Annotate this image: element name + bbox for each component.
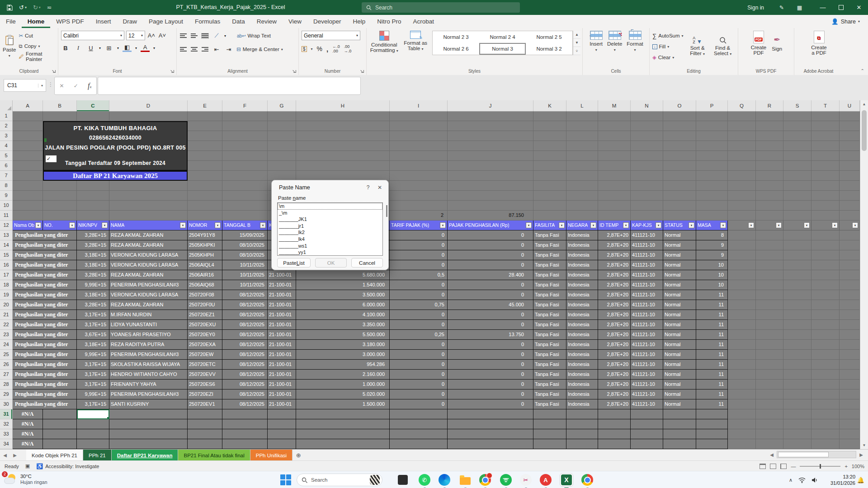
column-header[interactable]: A (13, 100, 43, 111)
tab-insert[interactable]: Insert (90, 15, 117, 28)
cell[interactable] (598, 111, 631, 121)
cell[interactable]: 10 (696, 270, 728, 280)
cell[interactable] (598, 141, 631, 151)
cell[interactable] (728, 429, 756, 439)
cell[interactable] (663, 409, 696, 419)
cell[interactable] (811, 340, 840, 350)
cell[interactable] (783, 330, 811, 340)
horizontal-scrollbar[interactable]: ◀ ▶ (767, 450, 866, 459)
cell[interactable] (663, 141, 696, 151)
cell[interactable] (756, 360, 783, 370)
cell[interactable] (631, 171, 663, 181)
cell[interactable] (663, 211, 696, 221)
cell[interactable]: 10/11/2025 (222, 270, 268, 280)
wrap-text-button[interactable]: ab↩Wrap Text (237, 31, 271, 41)
column-filter-header[interactable]: NIK/NPV▾ (77, 221, 109, 230)
cell[interactable]: 2,87E+20 (598, 360, 631, 370)
start-button-icon[interactable] (280, 474, 291, 485)
cell[interactable] (811, 330, 840, 340)
cell[interactable]: Indonesia (566, 240, 598, 250)
cell[interactable]: 3.180.000 (296, 340, 390, 350)
cell[interactable] (533, 151, 566, 161)
column-filter-header[interactable]: TANGGAL B▾ (222, 221, 268, 230)
cell[interactable] (840, 370, 860, 380)
cell[interactable] (728, 320, 756, 330)
file-explorer-icon[interactable] (458, 473, 472, 487)
row-header[interactable]: 27 (0, 370, 13, 380)
cell[interactable] (696, 409, 728, 419)
cell[interactable]: 2,87E+20 (598, 330, 631, 340)
cell[interactable]: Tanpa Fasi (533, 370, 566, 380)
cell[interactable]: 0 (448, 280, 533, 290)
font-size-combo[interactable]: 12▾ (126, 31, 145, 40)
row-header[interactable]: 1 (0, 111, 13, 121)
cell[interactable] (390, 151, 448, 161)
row-header[interactable]: 19 (0, 290, 13, 300)
cell[interactable]: Indonesia (566, 350, 598, 360)
hscroll-right-icon[interactable]: ▶ (856, 452, 866, 457)
cell[interactable]: Tanpa Fasi (533, 310, 566, 320)
sheet-nav-right-icon[interactable]: ▶ (10, 450, 20, 461)
cell[interactable]: Tanpa Fasi (533, 380, 566, 389)
cell[interactable] (663, 201, 696, 211)
cell[interactable]: 0,5 (390, 270, 448, 280)
cell[interactable] (728, 350, 756, 360)
cell[interactable] (390, 191, 448, 201)
cell[interactable]: 411121-10 (631, 350, 663, 360)
cell[interactable] (222, 211, 268, 221)
cell[interactable] (13, 201, 43, 211)
cell[interactable] (296, 419, 390, 429)
cell[interactable] (840, 201, 860, 211)
cell[interactable] (268, 141, 296, 151)
cell[interactable]: 3.350.000 (296, 320, 390, 330)
cell[interactable] (663, 121, 696, 131)
cell[interactable] (756, 300, 783, 310)
cell[interactable] (188, 131, 222, 141)
cell[interactable] (728, 290, 756, 300)
cell[interactable]: 2506AIQL4 (188, 260, 222, 270)
cell[interactable]: 411121-10 (631, 370, 663, 380)
cell[interactable]: 08/10/2025 (222, 240, 268, 250)
cell[interactable]: 3,28E+15 (77, 240, 109, 250)
cell[interactable] (728, 191, 756, 201)
name-list-item[interactable]: _\m (278, 210, 382, 216)
cell[interactable]: 411121-10 (631, 270, 663, 280)
column-header[interactable]: H (296, 100, 390, 111)
cell[interactable] (783, 360, 811, 370)
cell[interactable] (811, 350, 840, 360)
find-select-button[interactable]: Find &Select ▾ (712, 31, 734, 62)
insert-cells-button[interactable]: ←Insert▾ (590, 31, 603, 52)
cell[interactable] (663, 151, 696, 161)
cell[interactable] (756, 121, 783, 131)
cell[interactable] (728, 330, 756, 340)
gallery-down-icon[interactable]: ▼ (573, 39, 580, 47)
cell[interactable]: 3.500.000 (296, 290, 390, 300)
new-sheet-icon[interactable]: ⊕ (292, 450, 304, 461)
cell[interactable]: 11 (696, 399, 728, 409)
scroll-down-icon[interactable]: ▼ (860, 441, 868, 449)
sheet-tab-bp21-final[interactable]: BP21 Final Atau tidak final (178, 450, 250, 461)
cell[interactable] (533, 161, 566, 171)
cell[interactable] (448, 201, 533, 211)
cell[interactable] (448, 121, 533, 131)
cell[interactable] (728, 280, 756, 290)
cell[interactable]: 08/12/2025 (222, 370, 268, 380)
cell[interactable]: 250720EW (188, 350, 222, 360)
cell[interactable]: Tanpa Fasi (533, 290, 566, 300)
cell[interactable] (696, 419, 728, 429)
column-filter-header[interactable]: TARIF PAJAK (%)▾ (390, 221, 448, 230)
cell[interactable] (268, 419, 296, 429)
sign-button[interactable]: ✒ Sign (772, 31, 782, 56)
vertical-scroll-thumb[interactable] (862, 110, 867, 151)
cell[interactable]: 411121-10 (631, 380, 663, 389)
cell[interactable]: Normal (663, 340, 696, 350)
cell[interactable]: Normal (663, 270, 696, 280)
cell[interactable]: 21-100-01 (268, 270, 296, 280)
cell[interactable]: Indonesia (566, 300, 598, 310)
cell[interactable] (696, 171, 728, 181)
cell[interactable]: 21-100-01 (268, 370, 296, 380)
cell[interactable]: 0 (390, 360, 448, 370)
cell[interactable] (188, 419, 222, 429)
cell[interactable]: 21-100-01 (268, 310, 296, 320)
cell[interactable] (43, 191, 77, 201)
